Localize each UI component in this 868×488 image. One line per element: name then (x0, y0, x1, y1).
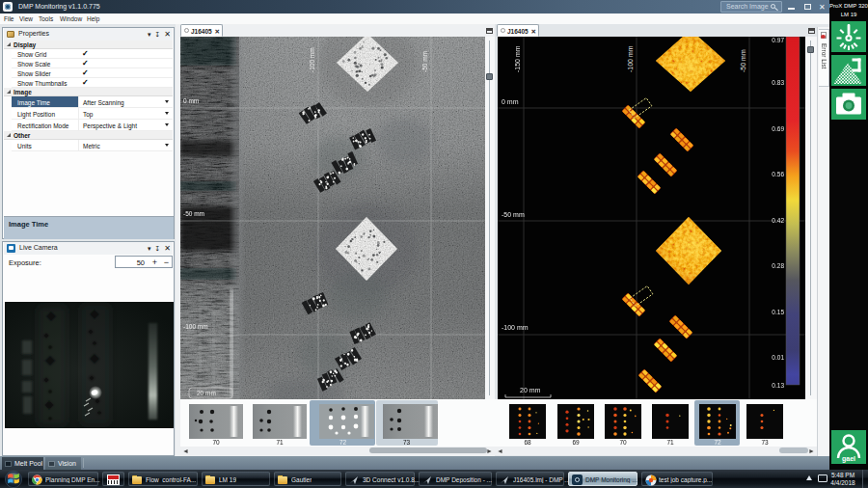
svg-text:0.83: 0.83 (772, 79, 784, 86)
svg-text:-50 mm: -50 mm (740, 49, 746, 72)
svg-text:0.15: 0.15 (772, 309, 784, 315)
svg-text:-100 mm: -100 mm (627, 45, 634, 72)
svg-text:-150 mm: -150 mm (514, 45, 521, 72)
svg-text:-100 mm: -100 mm (502, 324, 529, 331)
svg-text:0.42: 0.42 (772, 217, 784, 224)
svg-text:gael: gael (842, 455, 855, 463)
svg-text:0.28: 0.28 (772, 262, 784, 269)
svg-text:20 mm: 20 mm (197, 390, 216, 396)
svg-text:-50 mm: -50 mm (183, 210, 204, 217)
svg-text:-50 mm: -50 mm (421, 51, 428, 72)
svg-text:0 mm: 0 mm (502, 98, 519, 105)
svg-text:-100 mm: -100 mm (183, 323, 208, 330)
svg-text:0.01: 0.01 (772, 354, 784, 361)
svg-text:0.69: 0.69 (772, 125, 784, 132)
svg-text:0.97: 0.97 (772, 37, 784, 43)
svg-text:-100 mm: -100 mm (309, 47, 315, 72)
svg-text:0 mm: 0 mm (183, 97, 199, 104)
svg-text:0.13: 0.13 (772, 382, 784, 389)
svg-text:-50 mm: -50 mm (502, 211, 525, 218)
svg-text:20 mm: 20 mm (520, 387, 541, 393)
svg-text:0.56: 0.56 (772, 171, 784, 177)
